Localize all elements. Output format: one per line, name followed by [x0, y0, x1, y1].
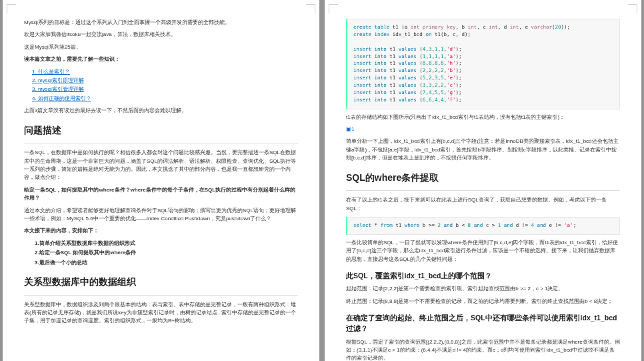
after-code1: t1表的存储结构如下图所示(只画出了idx_t1_bcd索引与t1表结构，没有包…	[346, 113, 620, 121]
intro-3: 这是Mysql系列第25篇。	[24, 43, 298, 51]
problem-p3: 本文接下来的内容，安排如下：	[24, 227, 298, 235]
intro-1: Mysql系列的目标是：通过这个系列从入门到全面掌握一个高级开发所需要的全部技能…	[24, 19, 298, 27]
problem-bold: 给定一条SQL，如何提取其中的where条件？where条件中的每个子条件，在S…	[24, 186, 298, 203]
heading-range: 此SQL，覆盖索引idx_t1_bcd上的哪个范围？	[346, 270, 620, 281]
note-1: 上面3篇文章没有读过的最好去读一下，不然后面的内容会难以理解。	[24, 107, 298, 115]
preread-title: 读本篇文章之前，需要先了解一些知识：	[24, 55, 298, 63]
link-1[interactable]: 1. 什么是索引？	[32, 68, 298, 76]
code-block-2: select * from t1 where b >= 2 and b < 8 …	[346, 217, 620, 235]
problem-p2: 通过本文的介绍，希望读者能够更好地理解查询条件对于SQL语句的影响；撰写出更为优…	[24, 207, 298, 224]
filter-p1: 根据SQL，固定了索引的查询范围[(2,2,2),(8,8,8)]之后，此索引范…	[346, 338, 620, 361]
heading-relational: 关系型数据库中的数据组织	[24, 275, 298, 290]
rel-p1: 关系型数据库中，数据组织涉及到两个最基本的结构：表与索引。表中存储的是完整记录，…	[24, 301, 298, 326]
range-p2: 终止范围：记录[8,8,8]是第一个不需要检查的记录，而之前的记录均需要判断。索…	[346, 298, 620, 306]
image-placeholder-icon: ▣1	[346, 125, 620, 133]
where-p2: 一条比较简单的SQL，一目了然就可以发现where条件使用到了[b,c,d,e]…	[346, 239, 620, 264]
range-p1: 起始范围：记录[2,2,2]是第一个需要检查的索引项。索引起始查找范围由b >=…	[346, 285, 620, 293]
link-3[interactable]: 3. mysql索引管理详解	[32, 85, 298, 93]
heading-problem: 问题描述	[24, 123, 298, 138]
step-2: 2.给定一条SQL 如何提取其中的where条件	[35, 249, 298, 257]
page-left: Mysql系列的目标是：通过这个系列从入门到全面掌握一个高级开发所需要的全部技能…	[3, 0, 319, 361]
intro-2: 欢迎大家加我微信itsoku一起交流java，算法，数据库相关技术。	[24, 31, 298, 39]
problem-p1: 一条SQL，在数据库中是如何执行的呢？相信很多人都会对这个问题比较感兴趣。当然，…	[24, 149, 298, 182]
code-block-1: create table t1 (a int primary key, b in…	[346, 19, 620, 109]
link-2[interactable]: 2. mysql索引原理详解	[32, 77, 298, 85]
step-3: 3.最后做一个小的总结	[35, 259, 298, 267]
step-1: 1.简单介绍关系型数据库中数据的组织形式	[35, 240, 298, 248]
after-img: 简单分析一下上图，idx_t1_bcd索引上有[b,c,d]三个字段(注意：若是…	[346, 137, 620, 162]
link-4[interactable]: 4. 如何正确的使用索引？	[32, 95, 298, 103]
heading-filter: 在确定了查询的起始、终止范围之后，SQL中还有哪些条件可以使用索引idx_t1_…	[346, 312, 620, 334]
page-right: create table t1 (a int primary key, b in…	[325, 0, 641, 361]
where-p1: 在有了以上的t1表之后，接下来就可以在此表上进行SQL查询了，获取自己想要的数据…	[346, 196, 620, 213]
heading-where: SQL的where条件提取	[346, 171, 620, 186]
link-list: 1. 什么是索引？ 2. mysql索引原理详解 3. mysql索引管理详解 …	[32, 68, 298, 103]
steps-list: 1.简单介绍关系型数据库中数据的组织形式 2.给定一条SQL 如何提取其中的wh…	[35, 240, 298, 267]
